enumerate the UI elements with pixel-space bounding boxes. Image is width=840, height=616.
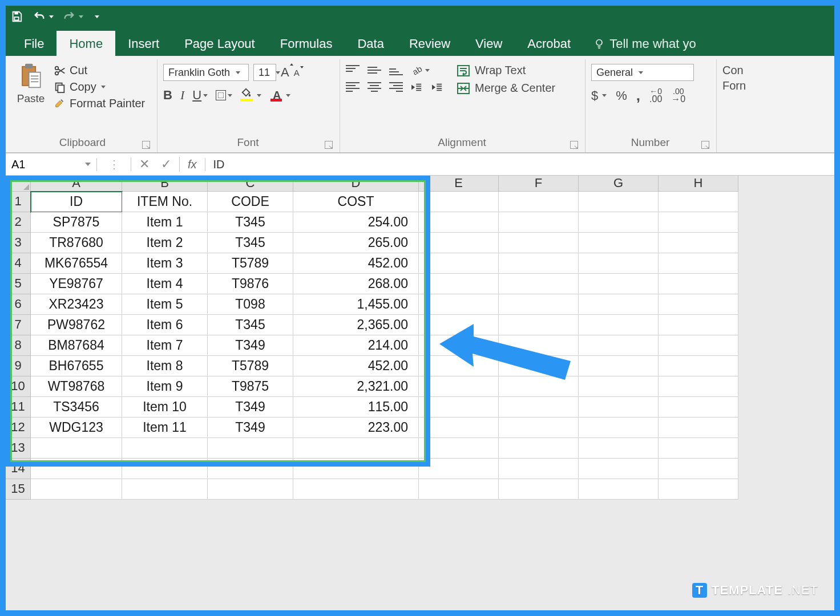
tab-page-layout[interactable]: Page Layout: [172, 31, 268, 56]
cell-B8[interactable]: Item 7: [122, 335, 208, 356]
cell-F3[interactable]: [499, 233, 579, 253]
cell-D14[interactable]: [293, 459, 419, 479]
cell-G11[interactable]: [579, 397, 659, 418]
cell-D11[interactable]: 115.00: [293, 397, 419, 418]
decrease-indent-button[interactable]: [411, 82, 423, 92]
cell-D9[interactable]: 452.00: [293, 356, 419, 376]
cell-D8[interactable]: 214.00: [293, 335, 419, 356]
cell-F8[interactable]: [499, 335, 579, 356]
cell-E15[interactable]: [419, 479, 499, 500]
accounting-format-button[interactable]: $: [591, 88, 607, 103]
cell-H15[interactable]: [659, 479, 738, 500]
cell-C4[interactable]: T5789: [208, 253, 293, 274]
cell-A11[interactable]: TS3456: [31, 397, 122, 418]
row-header-3[interactable]: 3: [6, 233, 31, 253]
cell-G3[interactable]: [579, 233, 659, 253]
column-header-D[interactable]: D: [293, 176, 419, 192]
cell-G13[interactable]: [579, 438, 659, 459]
orientation-button[interactable]: ab: [411, 64, 430, 76]
cell-A4[interactable]: MK676554: [31, 253, 122, 274]
cell-F6[interactable]: [499, 294, 579, 315]
cell-A6[interactable]: XR23423: [31, 294, 122, 315]
cell-B12[interactable]: Item 11: [122, 418, 208, 438]
cell-E11[interactable]: [419, 397, 499, 418]
cell-H2[interactable]: [659, 212, 738, 233]
percent-format-button[interactable]: %: [616, 88, 627, 103]
cell-C3[interactable]: T345: [208, 233, 293, 253]
cell-B7[interactable]: Item 6: [122, 315, 208, 335]
row-header-12[interactable]: 12: [6, 418, 31, 438]
undo-icon[interactable]: [32, 9, 47, 24]
row-header-11[interactable]: 11: [6, 397, 31, 418]
cut-button[interactable]: Cut: [54, 64, 145, 77]
cell-F1[interactable]: [499, 192, 579, 212]
cell-E9[interactable]: [419, 356, 499, 376]
copy-button[interactable]: Copy: [54, 80, 145, 94]
cell-F11[interactable]: [499, 397, 579, 418]
cell-G9[interactable]: [579, 356, 659, 376]
cell-D13[interactable]: [293, 438, 419, 459]
enter-icon[interactable]: ✓: [161, 157, 171, 172]
number-format-combo[interactable]: General: [591, 64, 694, 81]
cell-G6[interactable]: [579, 294, 659, 315]
fill-color-button[interactable]: [240, 89, 261, 102]
cell-B13[interactable]: [122, 438, 208, 459]
cell-C7[interactable]: T345: [208, 315, 293, 335]
cell-F10[interactable]: [499, 376, 579, 397]
tell-me-search[interactable]: Tell me what yo: [583, 31, 696, 56]
cell-G15[interactable]: [579, 479, 659, 500]
cell-C14[interactable]: [208, 459, 293, 479]
tab-home[interactable]: Home: [56, 31, 115, 56]
cell-A10[interactable]: WT98768: [31, 376, 122, 397]
cell-H1[interactable]: [659, 192, 738, 212]
cell-B3[interactable]: Item 2: [122, 233, 208, 253]
cell-E3[interactable]: [419, 233, 499, 253]
cell-E12[interactable]: [419, 418, 499, 438]
cancel-icon[interactable]: ✕: [139, 157, 150, 172]
column-header-G[interactable]: G: [579, 176, 659, 192]
alignment-launcher-icon[interactable]: [570, 141, 578, 149]
name-box[interactable]: A1: [6, 158, 97, 171]
cell-H5[interactable]: [659, 274, 738, 294]
cell-B2[interactable]: Item 1: [122, 212, 208, 233]
cell-G12[interactable]: [579, 418, 659, 438]
cell-H13[interactable]: [659, 438, 738, 459]
cell-G5[interactable]: [579, 274, 659, 294]
cell-F14[interactable]: [499, 459, 579, 479]
grow-font-button[interactable]: A: [281, 65, 289, 80]
column-header-H[interactable]: H: [659, 176, 738, 192]
cell-A2[interactable]: SP7875: [31, 212, 122, 233]
cell-G14[interactable]: [579, 459, 659, 479]
row-header-10[interactable]: 10: [6, 376, 31, 397]
column-header-C[interactable]: C: [208, 176, 293, 192]
cell-H10[interactable]: [659, 376, 738, 397]
align-bottom-button[interactable]: [389, 65, 403, 75]
tab-review[interactable]: Review: [397, 31, 463, 56]
column-header-A[interactable]: A: [31, 176, 122, 192]
cell-C1[interactable]: CODE: [208, 192, 293, 212]
tab-formulas[interactable]: Formulas: [268, 31, 345, 56]
cell-D5[interactable]: 268.00: [293, 274, 419, 294]
cell-B5[interactable]: Item 4: [122, 274, 208, 294]
number-launcher-icon[interactable]: [701, 141, 709, 149]
font-name-combo[interactable]: Franklin Goth: [163, 64, 249, 81]
cell-B6[interactable]: Item 5: [122, 294, 208, 315]
cell-D4[interactable]: 452.00: [293, 253, 419, 274]
cell-B15[interactable]: [122, 479, 208, 500]
format-partial[interactable]: Forn: [722, 79, 744, 92]
cell-F9[interactable]: [499, 356, 579, 376]
cell-B9[interactable]: Item 8: [122, 356, 208, 376]
cell-E1[interactable]: [419, 192, 499, 212]
cell-D3[interactable]: 265.00: [293, 233, 419, 253]
cell-A5[interactable]: YE98767: [31, 274, 122, 294]
cell-E14[interactable]: [419, 459, 499, 479]
cell-E5[interactable]: [419, 274, 499, 294]
cell-A1[interactable]: ID: [31, 192, 122, 212]
cell-C12[interactable]: T349: [208, 418, 293, 438]
cell-E8[interactable]: [419, 335, 499, 356]
row-header-1[interactable]: 1: [6, 192, 31, 212]
comma-format-button[interactable]: ,: [636, 87, 640, 104]
save-icon[interactable]: [9, 9, 24, 24]
cell-C9[interactable]: T5789: [208, 356, 293, 376]
cell-H3[interactable]: [659, 233, 738, 253]
